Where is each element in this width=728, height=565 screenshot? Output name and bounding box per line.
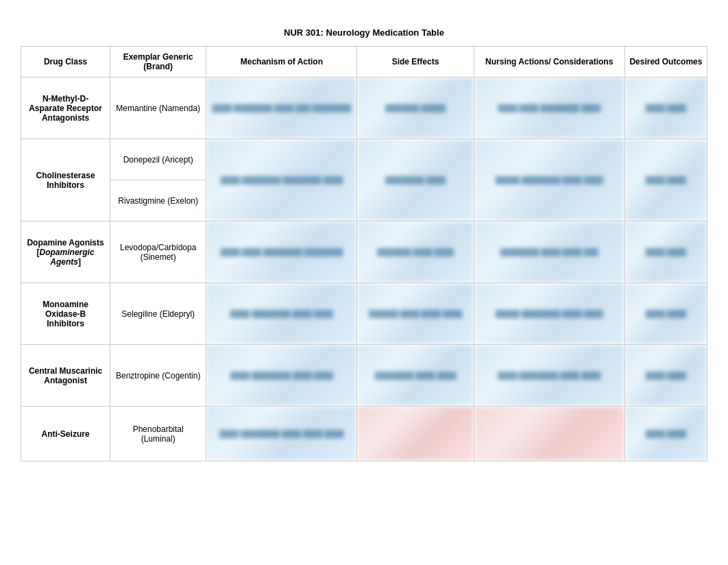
moa-mao: ████ ████████ ████ ████	[206, 283, 357, 345]
side-muscarinic: ████████ ████ ████	[357, 345, 474, 407]
table-row: Anti-Seizure Phenobarbital (Luminal) ███…	[21, 407, 707, 461]
header-drug-class: Drug Class	[21, 47, 110, 77]
exemplar-donepezil: Donepezil (Aricept)	[110, 139, 206, 180]
side-cholinesterase: ████████ ████	[357, 139, 474, 221]
nursing-cholinesterase: █████ ████████ ████ ████	[474, 139, 624, 221]
exemplar-memantine: Memantine (Namenda)	[110, 77, 206, 139]
side-mao: ██████ ████ ████ ████	[357, 283, 474, 345]
nursing-muscarinic: ████ ████████ ████ ████	[474, 345, 624, 407]
header-exemplar: Exemplar Generic (Brand)	[110, 47, 206, 77]
table-row: N-Methyl-D-Asparate Receptor Antagonists…	[21, 77, 707, 139]
outcome-nmda: ████ ████	[624, 77, 707, 139]
drug-class-mao: Monoamine Oxidase-B Inhibitors	[21, 283, 110, 345]
table-row: Monoamine Oxidase-B Inhibitors Selegilin…	[21, 283, 707, 345]
nursing-dopamine: ████████ ████ ████ ███	[474, 221, 624, 283]
header-outcomes: Desired Outcomes	[624, 47, 707, 77]
moa-nmda: ████ ████████ ████ ███ ████████	[206, 77, 357, 139]
outcome-muscarinic: ████ ████	[624, 345, 707, 407]
drug-class-cholinesterase: Cholinesterase Inhibitors	[21, 139, 110, 221]
table-row: Cholinesterase Inhibitors Donepezil (Ari…	[21, 139, 707, 180]
nursing-mao: █████ ████████ ████ ████	[474, 283, 624, 345]
drug-class-nmda: N-Methyl-D-Asparate Receptor Antagonists	[21, 77, 110, 139]
exemplar-phenobarbital: Phenobarbital (Luminal)	[110, 407, 206, 461]
medication-table: Drug Class Exemplar Generic (Brand) Mech…	[21, 46, 707, 461]
exemplar-benztropine: Benztropine (Cogentin)	[110, 345, 206, 407]
exemplar-rivastigmine: Rivastigmine (Exelon)	[110, 180, 206, 221]
drug-class-dopamine: Dopamine Agonists [Dopaminergic Agents]	[21, 221, 110, 283]
nursing-antiseizure	[474, 407, 624, 461]
table-row: Dopamine Agonists [Dopaminergic Agents] …	[21, 221, 707, 283]
outcome-cholinesterase: ████ ████	[624, 139, 707, 221]
exemplar-selegiline: Selegiline (Eldepryl)	[110, 283, 206, 345]
exemplar-levodopa: Levodopa/Carbidopa (Sinemet)	[110, 221, 206, 283]
drug-class-muscarinic: Central Muscarinic Antagonist	[21, 345, 110, 407]
moa-muscarinic: ████ ████████ ████ ████	[206, 345, 357, 407]
header-nursing: Nursing Actions/ Considerations	[474, 47, 624, 77]
moa-antiseizure: ████ ████████ ████ ████ ████	[206, 407, 357, 461]
outcome-mao: ████ ████	[624, 283, 707, 345]
moa-dopamine: ████ ████ ████████ ████████	[206, 221, 357, 283]
header-moa: Mechanism of Action	[206, 47, 357, 77]
table-row: Central Muscarinic Antagonist Benztropin…	[21, 345, 707, 407]
side-dopamine: ███████ ████ ████	[357, 221, 474, 283]
outcome-antiseizure: ████ ████	[624, 407, 707, 461]
header-row: Drug Class Exemplar Generic (Brand) Mech…	[21, 47, 707, 77]
outcome-dopamine: ████ ████	[624, 221, 707, 283]
moa-cholinesterase: ████ ████████ ████████ ████	[206, 139, 357, 221]
header-side-effects: Side Effects	[357, 47, 474, 77]
side-antiseizure	[357, 407, 474, 461]
drug-class-antiseizure: Anti-Seizure	[21, 407, 110, 461]
page-container: NUR 301: Neurology Medication Table Drug…	[14, 14, 714, 475]
page-title: NUR 301: Neurology Medication Table	[21, 27, 707, 38]
side-nmda: ███████ █████	[357, 77, 474, 139]
nursing-nmda: ████ ████ ████████ ████	[474, 77, 624, 139]
